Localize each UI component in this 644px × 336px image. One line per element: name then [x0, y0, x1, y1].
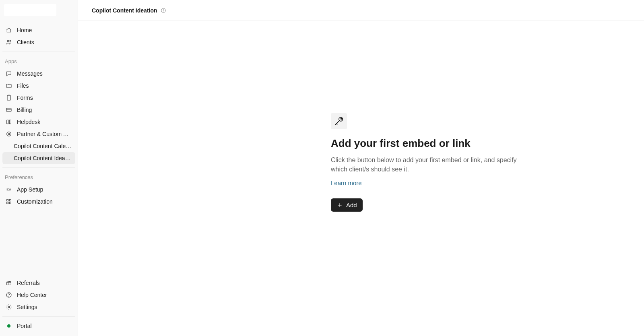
svg-point-13 — [8, 306, 10, 308]
files-icon — [6, 82, 12, 89]
empty-state-description: Click the button below to add your first… — [331, 155, 520, 174]
svg-rect-8 — [7, 202, 8, 204]
customization-icon — [6, 198, 12, 205]
settings-icon — [6, 304, 12, 310]
sidebar-item-billing[interactable]: Billing — [2, 104, 75, 116]
helpdesk-icon — [6, 119, 12, 125]
sidebar-item-app-setup[interactable]: App Setup — [2, 183, 75, 196]
clients-icon — [6, 39, 12, 45]
svg-point-1 — [10, 40, 11, 41]
info-icon[interactable] — [161, 8, 166, 13]
sidebar-item-label: Messages — [17, 70, 43, 77]
svg-rect-7 — [9, 200, 11, 201]
divider — [2, 316, 75, 317]
sidebar-item-settings[interactable]: Settings — [2, 301, 75, 313]
content: Add your first embed or link Click the b… — [78, 21, 644, 336]
divider — [2, 167, 75, 168]
sidebar-item-label: Portal — [17, 323, 32, 329]
sidebar-item-custom-app-calendar[interactable]: Copilot Content Cale… — [2, 140, 75, 152]
divider — [2, 52, 75, 52]
empty-state: Add your first embed or link Click the b… — [331, 113, 520, 212]
svg-point-0 — [7, 40, 9, 42]
sidebar-item-clients[interactable]: Clients — [2, 36, 75, 48]
svg-rect-2 — [7, 95, 10, 100]
sidebar-item-referrals[interactable]: Referrals — [2, 277, 75, 289]
sidebar-item-customization[interactable]: Customization — [2, 196, 75, 208]
add-button-label: Add — [346, 202, 357, 208]
svg-rect-3 — [6, 108, 11, 111]
svg-point-4 — [7, 132, 11, 136]
sidebar-item-forms[interactable]: Forms — [2, 92, 75, 104]
logo-area — [0, 0, 78, 23]
svg-point-17 — [341, 118, 342, 119]
sidebar-item-label: Clients — [17, 39, 34, 45]
svg-point-5 — [8, 133, 10, 135]
app-setup-icon — [6, 186, 12, 193]
home-icon — [6, 27, 12, 33]
add-button[interactable]: Add — [331, 198, 363, 212]
sidebar-item-label: Referrals — [17, 280, 40, 286]
messages-icon — [6, 70, 12, 77]
sidebar-item-label: Home — [17, 27, 32, 33]
sidebar-heading-apps: Apps — [0, 54, 78, 67]
svg-point-12 — [9, 296, 9, 297]
page-header: Copilot Content Ideation — [78, 0, 644, 21]
sidebar-item-label: Files — [17, 82, 29, 89]
status-dot-icon — [6, 323, 12, 329]
main: Copilot Content Ideation Add your first … — [78, 0, 644, 336]
sidebar-item-label: Copilot Content Cale… — [14, 143, 71, 149]
sidebar-item-messages[interactable]: Messages — [2, 68, 75, 80]
plus-icon — [336, 202, 343, 208]
sidebar-item-custom-app-ideation[interactable]: Copilot Content Ideat… — [2, 152, 75, 164]
sidebar-item-home[interactable]: Home — [2, 24, 75, 36]
key-icon — [331, 113, 347, 129]
svg-point-15 — [163, 9, 163, 10]
sidebar-item-help-center[interactable]: Help Center — [2, 289, 75, 301]
sidebar-item-helpdesk[interactable]: Helpdesk — [2, 116, 75, 128]
sidebar-item-label: App Setup — [17, 186, 43, 193]
billing-icon — [6, 107, 12, 113]
sidebar-item-label: Help Center — [17, 292, 47, 298]
sidebar-item-label: Copilot Content Ideat… — [14, 155, 72, 161]
sidebar: Home Clients Apps Messages Files — [0, 0, 78, 336]
sidebar-item-label: Customization — [17, 198, 53, 205]
sidebar-item-label: Settings — [17, 304, 37, 310]
svg-rect-9 — [9, 202, 11, 204]
help-center-icon — [6, 292, 12, 298]
logo-placeholder — [4, 4, 56, 16]
referrals-icon — [6, 280, 12, 286]
sidebar-item-label: Partner & Custom Apps — [17, 131, 72, 137]
svg-rect-6 — [7, 200, 8, 201]
sidebar-item-label: Helpdesk — [17, 119, 40, 125]
sidebar-item-files[interactable]: Files — [2, 80, 75, 92]
partner-apps-icon — [6, 131, 12, 137]
sidebar-item-label: Forms — [17, 95, 33, 101]
forms-icon — [6, 95, 12, 101]
learn-more-link[interactable]: Learn more — [331, 179, 520, 186]
sidebar-item-label: Billing — [17, 107, 32, 113]
sidebar-heading-preferences: Preferences — [0, 170, 78, 183]
sidebar-item-portal[interactable]: Portal — [2, 320, 75, 332]
sidebar-item-partner-apps[interactable]: Partner & Custom Apps — [2, 128, 75, 140]
page-title: Copilot Content Ideation — [92, 7, 157, 14]
empty-state-title: Add your first embed or link — [331, 137, 520, 150]
